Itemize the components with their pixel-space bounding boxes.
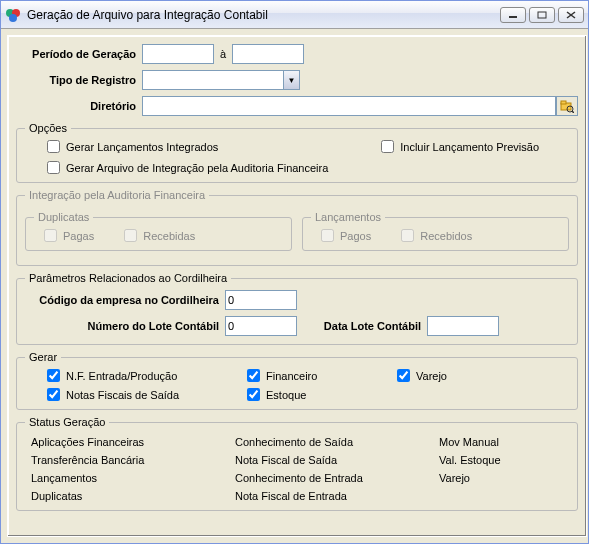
status-group: Status Geração Aplicações Financeiras Co… [16, 416, 578, 511]
folder-search-icon [560, 99, 574, 113]
numero-lote-label: Número do Lote Contábil [25, 320, 225, 332]
gerar-lanc-integrados-checkbox[interactable]: Gerar Lançamentos Integrados [47, 140, 218, 153]
chevron-down-icon[interactable]: ▼ [283, 71, 299, 89]
incluir-lanc-previsao-checkbox[interactable]: Incluir Lançamento Previsão [381, 140, 539, 153]
status-item: Conhecimento de Saída [235, 436, 435, 448]
codigo-empresa-label: Código da empresa no Cordilheira [25, 294, 225, 306]
tipo-registro-combo[interactable] [142, 70, 300, 90]
maximize-button[interactable] [529, 7, 555, 23]
status-item: Duplicatas [31, 490, 231, 502]
diretorio-label: Diretório [16, 100, 142, 112]
duplicatas-recebidas-checkbox: Recebidas [124, 229, 195, 242]
cordilheira-group: Parâmetros Relacionados ao Cordilheira C… [16, 272, 578, 345]
gerar-legend: Gerar [25, 351, 61, 363]
title-bar: Geração de Arquivo para Integração Conta… [1, 1, 588, 29]
app-icon [5, 7, 21, 23]
cordilheira-legend: Parâmetros Relacionados ao Cordilheira [25, 272, 231, 284]
status-item [439, 490, 569, 502]
app-window: Geração de Arquivo para Integração Conta… [0, 0, 589, 544]
diretorio-input[interactable] [142, 96, 556, 116]
svg-line-10 [572, 111, 574, 113]
main-panel: Período de Geração à Tipo de Registro ▼ … [7, 35, 587, 537]
lancamentos-pagos-checkbox: Pagos [321, 229, 371, 242]
varejo-checkbox[interactable]: Varejo [397, 369, 517, 382]
duplicatas-legend: Duplicatas [34, 211, 93, 223]
svg-rect-8 [561, 101, 566, 104]
status-item: Lançamentos [31, 472, 231, 484]
period-connector: à [214, 48, 232, 60]
nf-entrada-checkbox[interactable]: N.F. Entrada/Produção [47, 369, 247, 382]
lancamentos-group: Lançamentos Pagos Recebidos [302, 211, 569, 251]
window-title: Geração de Arquivo para Integração Conta… [27, 8, 500, 22]
period-to-input[interactable] [232, 44, 304, 64]
duplicatas-pagas-checkbox: Pagas [44, 229, 94, 242]
lancamentos-legend: Lançamentos [311, 211, 385, 223]
nf-saida-checkbox[interactable]: Notas Fiscais de Saída [47, 388, 247, 401]
status-item: Val. Estoque [439, 454, 569, 466]
status-item: Conhecimento de Entrada [235, 472, 435, 484]
status-item: Nota Fiscal de Saída [235, 454, 435, 466]
browse-folder-button[interactable] [556, 96, 578, 116]
status-item: Nota Fiscal de Entrada [235, 490, 435, 502]
data-lote-label: Data Lote Contábil [297, 320, 427, 332]
status-item: Mov Manual [439, 436, 569, 448]
estoque-checkbox[interactable]: Estoque [247, 388, 397, 401]
integracao-group: Integração pela Auditoria Financeira Dup… [16, 189, 578, 266]
duplicatas-group: Duplicatas Pagas Recebidas [25, 211, 292, 251]
status-item: Varejo [439, 472, 569, 484]
svg-rect-4 [538, 12, 546, 18]
gerar-group: Gerar N.F. Entrada/Produção Financeiro V… [16, 351, 578, 410]
close-button[interactable] [558, 7, 584, 23]
status-item: Transferência Bancária [31, 454, 231, 466]
data-lote-input[interactable] [427, 316, 499, 336]
svg-point-2 [9, 14, 17, 22]
opcoes-group: Opções Gerar Lançamentos Integrados Incl… [16, 122, 578, 183]
opcoes-legend: Opções [25, 122, 71, 134]
tipo-registro-label: Tipo de Registro [16, 74, 142, 86]
period-from-input[interactable] [142, 44, 214, 64]
period-label: Período de Geração [16, 48, 142, 60]
integracao-legend: Integração pela Auditoria Financeira [25, 189, 209, 201]
numero-lote-input[interactable] [225, 316, 297, 336]
lancamentos-recebidos-checkbox: Recebidos [401, 229, 472, 242]
gerar-arq-auditoria-checkbox[interactable]: Gerar Arquivo de Integração pela Auditor… [47, 161, 569, 174]
codigo-empresa-input[interactable] [225, 290, 297, 310]
minimize-button[interactable] [500, 7, 526, 23]
financeiro-checkbox[interactable]: Financeiro [247, 369, 397, 382]
status-item: Aplicações Financeiras [31, 436, 231, 448]
status-legend: Status Geração [25, 416, 109, 428]
